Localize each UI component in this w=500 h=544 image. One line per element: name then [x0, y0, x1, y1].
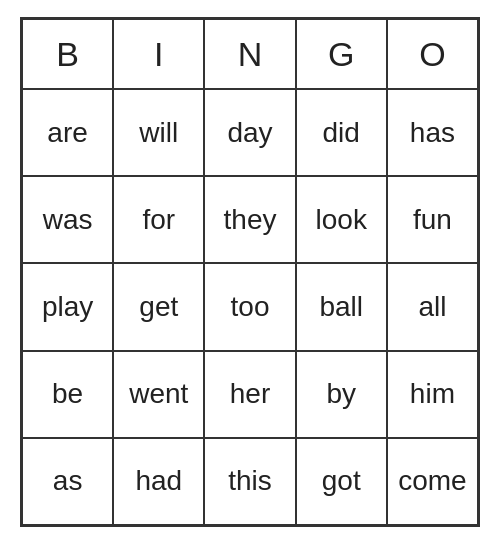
- bingo-row-1: are will day did has: [22, 89, 478, 176]
- header-o: O: [387, 19, 478, 89]
- cell-4-2: went: [113, 351, 204, 438]
- bingo-row-2: was for they look fun: [22, 176, 478, 263]
- header-b: B: [22, 19, 113, 89]
- cell-5-2: had: [113, 438, 204, 525]
- cell-2-5: fun: [387, 176, 478, 263]
- header-n: N: [204, 19, 295, 89]
- cell-3-2: get: [113, 263, 204, 350]
- cell-2-2: for: [113, 176, 204, 263]
- cell-5-4: got: [296, 438, 387, 525]
- cell-2-4: look: [296, 176, 387, 263]
- cell-5-5: come: [387, 438, 478, 525]
- cell-4-3: her: [204, 351, 295, 438]
- header-i: I: [113, 19, 204, 89]
- cell-1-1: are: [22, 89, 113, 176]
- cell-2-3: they: [204, 176, 295, 263]
- cell-2-1: was: [22, 176, 113, 263]
- bingo-row-4: be went her by him: [22, 351, 478, 438]
- bingo-row-3: play get too ball all: [22, 263, 478, 350]
- cell-5-3: this: [204, 438, 295, 525]
- cell-4-1: be: [22, 351, 113, 438]
- cell-1-3: day: [204, 89, 295, 176]
- header-g: G: [296, 19, 387, 89]
- cell-3-5: all: [387, 263, 478, 350]
- bingo-card: B I N G O are will day did has was for t…: [20, 17, 480, 527]
- bingo-header-row: B I N G O: [22, 19, 478, 89]
- cell-4-5: him: [387, 351, 478, 438]
- cell-3-3: too: [204, 263, 295, 350]
- bingo-row-5: as had this got come: [22, 438, 478, 525]
- cell-1-5: has: [387, 89, 478, 176]
- cell-5-1: as: [22, 438, 113, 525]
- cell-4-4: by: [296, 351, 387, 438]
- cell-3-1: play: [22, 263, 113, 350]
- cell-3-4: ball: [296, 263, 387, 350]
- cell-1-4: did: [296, 89, 387, 176]
- cell-1-2: will: [113, 89, 204, 176]
